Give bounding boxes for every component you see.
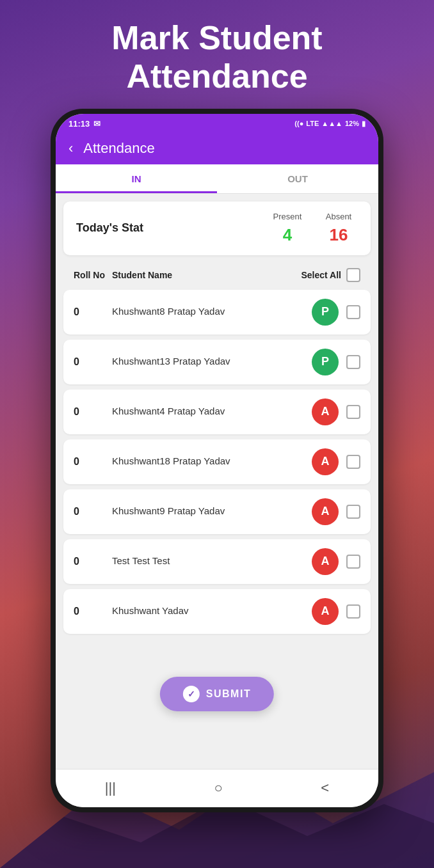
student-list: 0 Khushwant8 Pratap Yadav P 0 Khushwant1… xyxy=(63,290,371,634)
page-title: Mark Student Attendance xyxy=(86,0,348,109)
row-checkbox-1[interactable] xyxy=(346,355,360,369)
submit-label: SUBMIT xyxy=(206,688,251,700)
app-bar-title: Attendance xyxy=(83,140,154,157)
status-badge-5[interactable]: A xyxy=(312,548,339,575)
absent-header: Absent xyxy=(319,212,358,221)
nav-recent-button[interactable]: ||| xyxy=(99,773,122,803)
battery-level: 12% xyxy=(345,120,359,127)
stats-label: Today's Stat xyxy=(76,221,268,235)
roll-no-6: 0 xyxy=(74,606,112,617)
present-header: Present xyxy=(268,212,307,221)
battery-icon: ▮ xyxy=(362,120,366,128)
roll-no-2: 0 xyxy=(74,406,112,418)
roll-no-4: 0 xyxy=(74,506,112,517)
phone-frame: 11:13 ✉ ((● LTE ▲▲▲ 12% ▮ ‹ Attendance I… xyxy=(51,109,383,812)
status-badge-0[interactable]: P xyxy=(312,299,339,326)
status-bar: 11:13 ✉ ((● LTE ▲▲▲ 12% ▮ xyxy=(56,114,378,132)
back-button[interactable]: ‹ xyxy=(68,140,73,157)
status-checkmark: ✉ xyxy=(93,119,100,129)
tabs-container: IN OUT xyxy=(56,164,378,194)
col-roll-no: Roll No xyxy=(74,270,112,280)
lte-icon: LTE xyxy=(306,120,319,127)
status-badge-2[interactable]: A xyxy=(312,398,339,425)
student-row: 0 Khushwant Yadav A xyxy=(63,589,371,634)
wifi-icon: ((● xyxy=(294,120,303,127)
student-name-4: Khushwant9 Pratap Yadav xyxy=(112,505,312,517)
student-name-6: Khushwant Yadav xyxy=(112,604,312,617)
tab-in[interactable]: IN xyxy=(56,164,217,193)
roll-no-0: 0 xyxy=(74,306,112,318)
row-checkbox-0[interactable] xyxy=(346,305,360,319)
student-row: 0 Khushwant13 Pratap Yadav P xyxy=(63,340,371,384)
col-student-name: Student Name xyxy=(112,270,301,280)
student-name-5: Test Test Test xyxy=(112,555,312,567)
col-select-all: Select All xyxy=(301,268,360,282)
status-badge-6[interactable]: A xyxy=(312,598,339,625)
row-checkbox-3[interactable] xyxy=(346,455,360,469)
roll-no-5: 0 xyxy=(74,556,112,567)
content-area: Today's Stat Present 4 Absent 16 Roll No… xyxy=(56,194,378,769)
row-checkbox-2[interactable] xyxy=(346,405,360,419)
submit-button[interactable]: ✓ SUBMIT xyxy=(160,677,274,711)
absent-stat: Absent 16 xyxy=(319,212,358,245)
tab-out[interactable]: OUT xyxy=(217,164,378,193)
student-name-2: Khushwant4 Pratap Yadav xyxy=(112,405,312,418)
nav-home-button[interactable]: ○ xyxy=(208,773,229,803)
student-row: 0 Khushwant4 Pratap Yadav A xyxy=(63,390,371,434)
table-header: Roll No Student Name Select All xyxy=(63,263,371,290)
row-checkbox-5[interactable] xyxy=(346,555,360,569)
student-row: 0 Khushwant18 Pratap Yadav A xyxy=(63,439,371,484)
student-row: 0 Khushwant8 Pratap Yadav P xyxy=(63,290,371,335)
row-checkbox-6[interactable] xyxy=(346,604,360,619)
roll-no-3: 0 xyxy=(74,456,112,468)
bottom-nav: ||| ○ < xyxy=(56,769,378,807)
phone-screen: 11:13 ✉ ((● LTE ▲▲▲ 12% ▮ ‹ Attendance I… xyxy=(56,114,378,807)
select-all-checkbox[interactable] xyxy=(346,268,360,282)
status-badge-3[interactable]: A xyxy=(312,448,339,475)
stats-card: Today's Stat Present 4 Absent 16 xyxy=(63,201,371,255)
status-badge-1[interactable]: P xyxy=(312,349,339,375)
student-name-1: Khushwant13 Pratap Yadav xyxy=(112,355,312,368)
app-bar: ‹ Attendance xyxy=(56,132,378,164)
signal-icon: ▲▲▲ xyxy=(321,120,342,127)
submit-check-icon: ✓ xyxy=(183,686,200,702)
status-time: 11:13 xyxy=(68,119,90,129)
row-checkbox-4[interactable] xyxy=(346,505,360,519)
nav-back-button[interactable]: < xyxy=(314,773,335,803)
present-value: 4 xyxy=(268,225,307,245)
student-row: 0 Khushwant9 Pratap Yadav A xyxy=(63,489,371,534)
absent-value: 16 xyxy=(319,225,358,245)
present-stat: Present 4 xyxy=(268,212,307,245)
student-name-3: Khushwant18 Pratap Yadav xyxy=(112,455,312,468)
student-name-0: Khushwant8 Pratap Yadav xyxy=(112,305,312,318)
student-row: 0 Test Test Test A xyxy=(63,539,371,584)
status-badge-4[interactable]: A xyxy=(312,498,339,525)
roll-no-1: 0 xyxy=(74,356,112,368)
